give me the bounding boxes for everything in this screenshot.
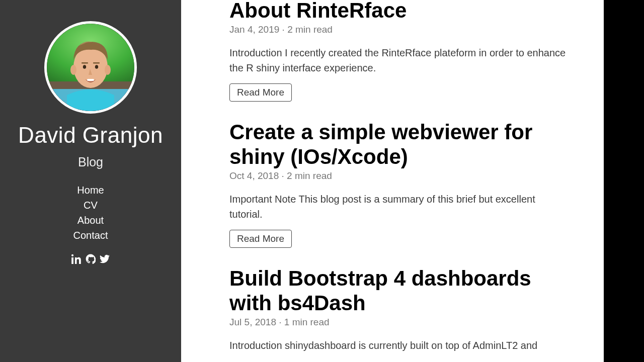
- post-excerpt: Introduction I recently created the Rint…: [229, 45, 569, 75]
- twitter-icon[interactable]: [100, 254, 110, 266]
- post: Build Bootstrap 4 dashboards with bs4Das…: [229, 266, 569, 353]
- svg-point-8: [95, 65, 98, 69]
- avatar: [44, 21, 137, 114]
- svg-rect-10: [93, 62, 100, 64]
- social-links: [0, 254, 181, 266]
- nav-link-cv[interactable]: CV: [0, 198, 181, 213]
- post-meta: Oct 4, 2018 · 2 min read: [229, 170, 569, 182]
- main-content: About RinteRface Jan 4, 2019 · 2 min rea…: [181, 0, 604, 362]
- sidebar-nav: Home CV About Contact: [0, 183, 181, 243]
- nav-link-home[interactable]: Home: [0, 183, 181, 198]
- site-subtitle: Blog: [0, 155, 181, 169]
- post-meta: Jul 5, 2018 · 1 min read: [229, 317, 569, 328]
- nav-link-about[interactable]: About: [0, 213, 181, 228]
- post-title: Create a simple webviewer for shiny (IOs…: [229, 120, 569, 169]
- read-more-button[interactable]: Read More: [229, 230, 292, 248]
- post-meta: Jan 4, 2019 · 2 min read: [229, 24, 569, 35]
- svg-rect-11: [87, 79, 94, 81]
- svg-point-6: [105, 65, 111, 75]
- sidebar: David Granjon Blog Home CV About Contact: [0, 0, 181, 362]
- post-title: About RinteRface: [229, 0, 569, 23]
- read-more-button[interactable]: Read More: [229, 83, 292, 102]
- post-title: Build Bootstrap 4 dashboards with bs4Das…: [229, 266, 569, 316]
- post: Create a simple webviewer for shiny (IOs…: [229, 120, 569, 248]
- svg-rect-9: [82, 62, 88, 64]
- post-excerpt: Introduction shinydashboard is currently…: [229, 338, 569, 353]
- post-title-link[interactable]: About RinteRface: [229, 0, 407, 22]
- post-excerpt: Important Note This blog post is a summa…: [229, 192, 569, 222]
- post-title-link[interactable]: Create a simple webviewer for shiny (IOs…: [229, 120, 532, 169]
- site-author-name: David Granjon: [0, 123, 181, 148]
- nav-link-contact[interactable]: Contact: [0, 228, 181, 243]
- github-icon[interactable]: [86, 254, 96, 266]
- svg-point-5: [70, 65, 76, 75]
- post: About RinteRface Jan 4, 2019 · 2 min rea…: [229, 0, 569, 102]
- post-title-link[interactable]: Build Bootstrap 4 dashboards with bs4Das…: [229, 266, 531, 315]
- svg-point-7: [83, 65, 86, 69]
- linkedin-icon[interactable]: [71, 254, 82, 266]
